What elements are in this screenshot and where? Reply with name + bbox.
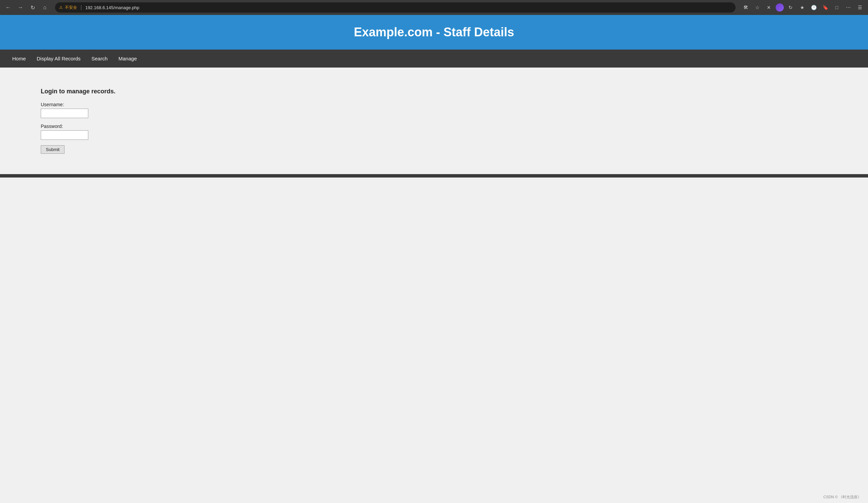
nav-manage[interactable]: Manage (113, 50, 142, 67)
site-footer (0, 174, 868, 178)
profile-avatar[interactable] (776, 3, 784, 12)
read-aloud-button[interactable]: 🛠 (741, 3, 751, 12)
username-group: Username: (41, 102, 861, 118)
home-button[interactable]: ⌂ (40, 3, 50, 12)
login-title: Login to manage records. (41, 88, 861, 95)
close-tab-button[interactable]: ✕ (764, 3, 774, 12)
username-input[interactable] (41, 108, 88, 118)
below-fold-area (0, 178, 868, 313)
login-container: Login to manage records. Username: Passw… (7, 81, 861, 160)
nav-display-all-records[interactable]: Display All Records (31, 50, 86, 67)
password-input[interactable] (41, 130, 88, 140)
site-nav: Home Display All Records Search Manage (0, 50, 868, 67)
star-button[interactable]: ★ (797, 3, 807, 12)
security-warning-icon: ⚠ (59, 5, 63, 10)
site-header: Example.com - Staff Details (0, 15, 868, 50)
site-content: Login to manage records. Username: Passw… (0, 67, 868, 174)
security-warning-text: 不安全 (65, 5, 77, 11)
url-separator: | (81, 4, 82, 11)
split-screen-button[interactable]: □ (832, 3, 841, 12)
nav-home[interactable]: Home (7, 50, 31, 67)
nav-search[interactable]: Search (86, 50, 113, 67)
username-label: Username: (41, 102, 861, 107)
address-bar[interactable]: ⚠ 不安全 | 192.168.6.145/manage.php (55, 2, 735, 12)
submit-button[interactable]: Submit (41, 145, 64, 154)
reload-button[interactable]: ↻ (28, 3, 37, 12)
refresh-button[interactable]: ↻ (786, 3, 795, 12)
password-group: Password: (41, 124, 861, 140)
favorites-button[interactable]: ☆ (753, 3, 762, 12)
browser-chrome: ← → ↻ ⌂ ⚠ 不安全 | 192.168.6.145/manage.php… (0, 0, 868, 15)
footer-watermark: CSDN © 《时光流痕》 (824, 494, 861, 500)
more-button[interactable]: ⋯ (844, 3, 853, 12)
browser-actions: 🛠 ☆ ✕ ↻ ★ 🕐 🔖 □ ⋯ ☰ (741, 3, 865, 12)
sidebar-button[interactable]: ☰ (855, 3, 865, 12)
password-label: Password: (41, 124, 861, 129)
back-button[interactable]: ← (3, 3, 13, 12)
history-button[interactable]: 🕐 (809, 3, 818, 12)
forward-button[interactable]: → (16, 3, 25, 12)
url-display: 192.168.6.145/manage.php (85, 5, 139, 10)
site-title: Example.com - Staff Details (7, 25, 861, 39)
collections-button[interactable]: 🔖 (820, 3, 830, 12)
